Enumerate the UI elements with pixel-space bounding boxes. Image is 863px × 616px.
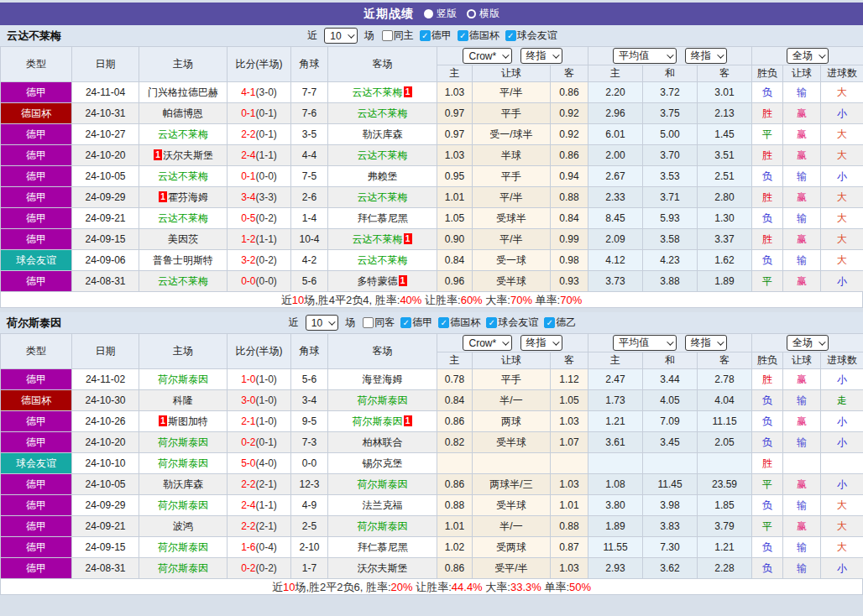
average-odds-cell: 1.08	[588, 474, 643, 495]
match-date: 24-08-31	[72, 271, 139, 292]
handicap-odds-cell: 1.01	[551, 495, 588, 516]
result-cell: 输	[783, 390, 821, 411]
select-value: Crow*	[468, 337, 496, 349]
opponent-team-cell: 门兴格拉德巴赫	[139, 82, 228, 103]
focal-team-cell: 荷尔斯泰因	[139, 432, 228, 453]
result-cell: 平	[752, 124, 783, 145]
summary-segment: 让胜率:	[413, 581, 452, 593]
average-source-select[interactable]: 平均值	[613, 335, 677, 351]
opponent-team-cell: 帕德博恩	[139, 103, 228, 124]
team-name: 荷尔斯泰因	[353, 415, 403, 427]
handicap-odds-cell: 1.03	[437, 82, 473, 103]
same-venue-checkbox[interactable]: 同客	[363, 316, 395, 330]
result-cell: 输	[783, 558, 821, 579]
match-date: 24-09-21	[72, 208, 139, 229]
result-cell: 输	[783, 537, 821, 558]
full-time-score: 1-6	[241, 541, 255, 553]
radio-vertical-layout[interactable]: 竖版	[424, 7, 457, 21]
league-checkbox[interactable]: ✓德甲	[420, 29, 452, 43]
handicap-odds-cell: 1.01	[437, 516, 473, 537]
average-odds-cell: 2.93	[588, 558, 643, 579]
match-row: 德甲24-09-15荷尔斯泰因1-6(0-4)2-10拜仁慕尼黑1.02受两球0…	[1, 537, 863, 558]
half-time-score: (3-0)	[256, 86, 277, 98]
handicap-odds-cell: 0.92	[551, 124, 588, 145]
chevron-down-icon	[552, 338, 559, 345]
match-row: 球会友谊24-10-10荷尔斯泰因5-0(4-0)0-0锡尔克堡胜	[1, 453, 863, 474]
league-checkbox[interactable]: ✓德国杯	[458, 29, 499, 43]
average-odds-cell: 1.89	[698, 271, 752, 292]
team-name: 波鸿	[173, 520, 193, 532]
average-odds-cell: 3.51	[698, 145, 752, 166]
odds-final-select[interactable]: 终指	[520, 335, 562, 351]
summary-segment: 33.3%	[510, 581, 541, 593]
match-row: 德甲24-10-261斯图加特2-1(1-0)9-5荷尔斯泰因10.86两球1.…	[1, 411, 863, 432]
league-checkbox[interactable]: ✓德国杯	[438, 316, 480, 330]
average-final-select[interactable]: 终指	[685, 335, 727, 351]
league-checkbox[interactable]: ✓德甲	[400, 316, 432, 330]
odds-source-select[interactable]: Crow*	[463, 335, 512, 351]
section-filter-bar: 云达不莱梅 近10场同主✓德甲✓德国杯✓球会友谊	[0, 25, 863, 46]
team-name: 云达不莱梅	[358, 107, 408, 119]
handicap-odds-cell: 受半球	[473, 271, 551, 292]
average-odds-cell: 11.45	[643, 474, 698, 495]
odds-source-select[interactable]: Crow*	[463, 48, 512, 64]
match-date: 24-10-20	[72, 145, 139, 166]
average-odds-cell: 2.51	[698, 166, 752, 187]
focal-team-cell: 荷尔斯泰因	[139, 369, 228, 390]
average-final-select[interactable]: 终指	[685, 48, 727, 64]
handicap-odds-cell: 0.86	[437, 558, 473, 579]
league-checkbox[interactable]: ✓德乙	[544, 316, 576, 330]
handicap-odds-cell: 平/半	[473, 229, 551, 250]
league-type-badge: 德甲	[1, 411, 72, 432]
average-source-select[interactable]: 平均值	[613, 48, 677, 64]
team-name: 勒沃库森	[363, 128, 403, 140]
league-type-badge: 德甲	[1, 208, 72, 229]
corner-cell: 2-5	[291, 516, 328, 537]
chevron-down-icon	[552, 51, 559, 58]
summary-segment: 让胜率:	[421, 294, 460, 306]
handicap-odds-cell: 0.94	[551, 166, 588, 187]
summary-segment: 40%	[400, 294, 421, 306]
recent-count-select[interactable]: 10	[324, 28, 357, 44]
team-name: 霍芬海姆	[168, 191, 208, 203]
odds-final-select[interactable]: 终指	[520, 48, 562, 64]
focal-team-cell: 云达不莱梅	[139, 166, 228, 187]
score-cell: 5-0(4-0)	[228, 453, 291, 474]
full-match-select[interactable]: 全场	[787, 335, 829, 351]
same-venue-checkbox[interactable]: 同主	[382, 29, 414, 43]
average-odds-cell: 3.73	[588, 271, 643, 292]
corner-cell: 7-5	[291, 166, 328, 187]
sub-avg-home-header: 主	[588, 352, 643, 369]
opponent-team-cell: 科隆	[139, 390, 228, 411]
sub-handicap-header: 让球	[473, 352, 551, 369]
team-name: 沃尔夫斯堡	[358, 562, 408, 574]
result-cell: 走	[821, 390, 863, 411]
league-checkbox[interactable]: ✓球会友谊	[486, 316, 538, 330]
summary-segment: 70%	[560, 294, 582, 306]
sub-handicap-result-header: 让球	[783, 352, 821, 369]
average-odds-cell: 2.00	[588, 145, 643, 166]
radio-horizontal-layout[interactable]: 横版	[467, 7, 499, 21]
half-time-score: (0-4)	[256, 541, 277, 553]
average-odds-cell: 3.98	[643, 495, 698, 516]
recent-count-select[interactable]: 10	[306, 315, 338, 331]
average-odds-cell: 2.47	[588, 369, 643, 390]
league-type-badge: 德甲	[1, 187, 72, 208]
filter-controls: 近10场同客✓德甲✓德国杯✓球会友谊✓德乙	[287, 315, 576, 331]
handicap-odds-cell: 两球	[473, 411, 551, 432]
score-cell: 2-2(2-1)	[228, 516, 291, 537]
league-checkbox[interactable]: ✓球会友谊	[505, 29, 557, 43]
rank-badge: 1	[159, 191, 167, 202]
result-cell: 输	[783, 432, 821, 453]
handicap-odds-cell: 两球半/三	[473, 474, 551, 495]
average-odds-cell: 4.23	[643, 250, 698, 271]
average-odds-cell: 3.70	[643, 145, 698, 166]
full-match-select[interactable]: 全场	[787, 48, 829, 64]
half-time-score: (2-1)	[256, 520, 277, 532]
team-name: 云达不莱梅	[358, 191, 408, 203]
corner-cell: 1-4	[291, 208, 328, 229]
score-cell: 2-2(2-1)	[228, 474, 291, 495]
recent-label: 近	[307, 29, 317, 43]
match-row: 德国杯24-10-30科隆3-0(1-0)3-4荷尔斯泰因0.84半/一1.05…	[1, 390, 863, 411]
full-time-score: 1-0	[241, 373, 255, 385]
